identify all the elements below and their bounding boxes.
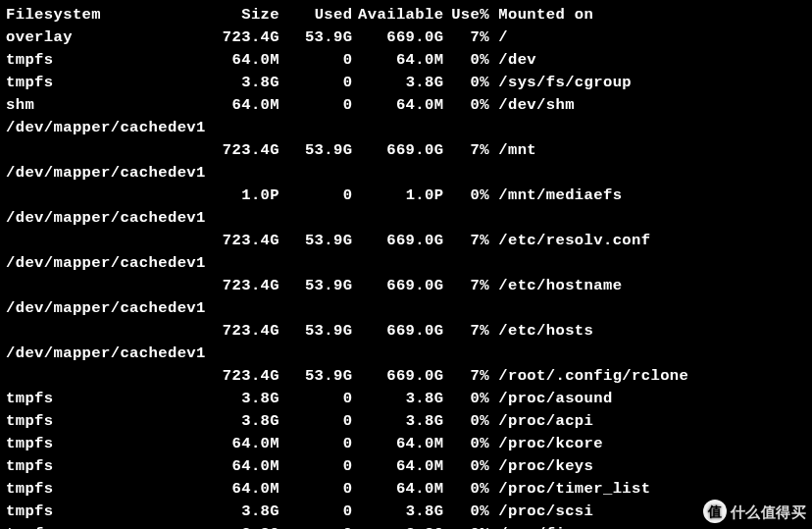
cell-use-percent: 0% [443,72,489,94]
cell-available: 3.8G [352,410,443,433]
cell-filesystem: tmpfs [6,49,197,72]
cell-size: 64.0M [197,49,279,72]
df-row: shm64.0M064.0M0%/dev/shm [0,94,812,117]
cell-available: 3.8G [352,388,443,410]
df-row: /dev/mapper/cachedev1 [0,297,812,320]
df-row: overlay723.4G53.9G669.0G7%/ [0,26,812,49]
df-header-row: FilesystemSizeUsedAvailableUse%Mounted o… [0,4,812,26]
cell-available: 1.0P [352,185,443,207]
cell-use-percent: 7% [443,320,489,343]
cell-use-percent: 0% [443,410,489,433]
cell-used: 0 [279,410,352,433]
cell-used: 0 [279,455,352,478]
cell-mount: /etc/hosts [489,320,593,343]
cell-use-percent: 0% [443,94,489,117]
cell-use-percent: 7% [443,26,489,49]
col-size: Size [197,4,279,26]
cell-available: 3.8G [352,523,443,529]
cell-filesystem: /dev/mapper/cachedev1 [6,297,197,320]
cell-used: 0 [279,433,352,455]
df-row: tmpfs64.0M064.0M0%/proc/keys [0,455,812,478]
cell-use-percent: 0% [443,49,489,72]
cell-use-percent: 0% [443,388,489,410]
cell-mount: /proc/asound [489,388,613,410]
cell-use-percent: 0% [443,185,489,207]
watermark-badge-icon: 值 [703,500,727,523]
cell-available: 64.0M [352,49,443,72]
cell-mount: / [489,26,508,49]
col-used: Used [279,4,352,26]
cell-use-percent: 7% [443,365,489,388]
cell-size: 3.8G [197,501,279,523]
cell-mount: /etc/hostname [489,275,622,297]
cell-used: 53.9G [279,230,352,252]
cell-size: 64.0M [197,94,279,117]
cell-size: 723.4G [197,365,279,388]
df-row: tmpfs3.8G03.8G0%/sys/firmware [0,523,812,529]
cell-mount: /mnt/mediaefs [489,185,622,207]
df-row: 723.4G53.9G669.0G7%/mnt [0,139,812,162]
cell-available: 64.0M [352,94,443,117]
cell-mount: /proc/timer_list [489,478,651,501]
cell-available: 669.0G [352,139,443,162]
cell-mount: /dev/shm [489,94,575,117]
cell-used: 0 [279,185,352,207]
cell-size: 723.4G [197,139,279,162]
cell-filesystem: tmpfs [6,478,197,501]
cell-mount: /root/.config/rclone [489,365,688,388]
cell-size: 3.8G [197,523,279,529]
cell-mount: /proc/acpi [489,410,593,433]
cell-used: 0 [279,523,352,529]
df-row: /dev/mapper/cachedev1 [0,343,812,365]
cell-mount: /mnt [489,139,536,162]
df-row: tmpfs64.0M064.0M0%/proc/kcore [0,433,812,455]
df-row: 723.4G53.9G669.0G7%/etc/resolv.conf [0,230,812,252]
cell-used: 53.9G [279,26,352,49]
cell-available: 669.0G [352,26,443,49]
df-row: tmpfs3.8G03.8G0%/sys/fs/cgroup [0,72,812,94]
cell-mount: /proc/scsi [489,501,593,523]
cell-used: 0 [279,72,352,94]
cell-mount: /sys/fs/cgroup [489,72,632,94]
cell-filesystem: tmpfs [6,410,197,433]
df-row: /dev/mapper/cachedev1 [0,162,812,185]
cell-available: 3.8G [352,72,443,94]
cell-use-percent: 7% [443,139,489,162]
cell-size: 723.4G [197,230,279,252]
cell-available: 3.8G [352,501,443,523]
terminal-output: FilesystemSizeUsedAvailableUse%Mounted o… [0,4,812,529]
watermark-text: 什么值得买 [731,501,806,523]
cell-used: 53.9G [279,139,352,162]
cell-size: 3.8G [197,410,279,433]
cell-used: 0 [279,94,352,117]
cell-mount: /dev [489,49,536,72]
col-mounted-on: Mounted on [489,4,593,26]
cell-used: 0 [279,501,352,523]
col-filesystem: Filesystem [6,4,197,26]
cell-use-percent: 0% [443,523,489,529]
cell-filesystem: tmpfs [6,433,197,455]
cell-used: 53.9G [279,320,352,343]
df-row: tmpfs64.0M064.0M0%/dev [0,49,812,72]
cell-mount: /etc/resolv.conf [489,230,651,252]
cell-filesystem: /dev/mapper/cachedev1 [6,207,197,230]
cell-used: 53.9G [279,275,352,297]
cell-size: 3.8G [197,388,279,410]
cell-use-percent: 7% [443,275,489,297]
cell-used: 0 [279,478,352,501]
cell-use-percent: 0% [443,478,489,501]
cell-use-percent: 0% [443,501,489,523]
df-row: 723.4G53.9G669.0G7%/root/.config/rclone [0,365,812,388]
cell-size: 3.8G [197,72,279,94]
cell-filesystem: /dev/mapper/cachedev1 [6,252,197,275]
cell-use-percent: 7% [443,230,489,252]
cell-mount: /proc/keys [489,455,593,478]
cell-filesystem: /dev/mapper/cachedev1 [6,343,197,365]
cell-filesystem: overlay [6,26,197,49]
df-row: tmpfs64.0M064.0M0%/proc/timer_list [0,478,812,501]
cell-use-percent: 0% [443,433,489,455]
cell-available: 669.0G [352,320,443,343]
col-available: Available [352,4,443,26]
df-row: 723.4G53.9G669.0G7%/etc/hosts [0,320,812,343]
cell-size: 64.0M [197,433,279,455]
